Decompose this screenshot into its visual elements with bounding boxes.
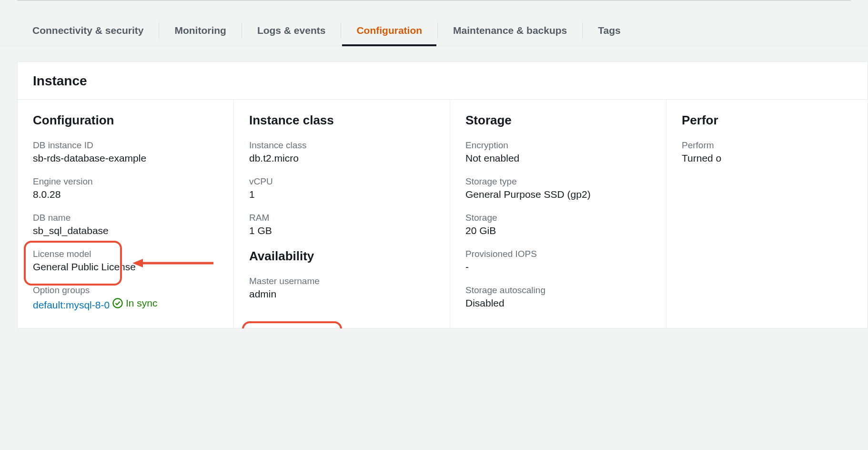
storage-type-label: Storage type: [465, 176, 651, 187]
tab-configuration[interactable]: Configuration: [341, 18, 437, 46]
performance-section-title: Perfor: [682, 113, 852, 128]
svg-point-0: [113, 298, 122, 307]
ram-label: RAM: [249, 213, 434, 223]
option-groups-label: Option groups: [33, 285, 218, 296]
configuration-section-title: Configuration: [33, 113, 218, 128]
master-username-label: Master username: [249, 276, 434, 286]
top-divider: [17, 0, 851, 1]
instance-class-column: Instance class Instance class db.t2.micr…: [234, 100, 450, 328]
check-circle-icon: [112, 298, 123, 308]
option-groups-status-text: In sync: [126, 297, 158, 309]
engine-version-label: Engine version: [33, 176, 218, 187]
instance-class-label: Instance class: [249, 140, 434, 151]
instance-class-value: db.t2.micro: [249, 153, 434, 164]
performance-column: Perfor Perform Turned o: [666, 100, 868, 328]
instance-class-section-title: Instance class: [249, 113, 434, 128]
vcpu-value: 1: [249, 189, 434, 200]
storage-column: Storage Encryption Not enabled Storage t…: [450, 100, 666, 328]
db-instance-id-label: DB instance ID: [33, 140, 218, 151]
tab-tags[interactable]: Tags: [583, 18, 636, 46]
tab-monitoring[interactable]: Monitoring: [159, 18, 241, 46]
provisioned-iops-value: -: [465, 261, 651, 273]
panel-columns: Configuration DB instance ID sb-rds-data…: [18, 100, 868, 328]
license-model-label: License model: [33, 249, 218, 259]
encryption-label: Encryption: [465, 140, 651, 151]
tab-maintenance-backups[interactable]: Maintenance & backups: [438, 18, 582, 46]
performance-value: Turned o: [682, 153, 852, 164]
storage-type-value: General Purpose SSD (gp2): [465, 189, 651, 200]
tab-logs-events[interactable]: Logs & events: [242, 18, 341, 46]
configuration-column: Configuration DB instance ID sb-rds-data…: [18, 100, 234, 328]
db-name-value: sb_sql_database: [33, 225, 218, 236]
engine-version-value: 8.0.28: [33, 189, 218, 200]
instance-panel: Instance Configuration DB instance ID sb…: [17, 61, 868, 328]
storage-value: 20 GiB: [465, 225, 651, 236]
option-groups-status-wrap: In sync: [112, 297, 158, 309]
ram-value: 1 GB: [249, 225, 434, 236]
tab-connectivity-security[interactable]: Connectivity & security: [17, 18, 159, 46]
storage-autoscaling-value: Disabled: [465, 297, 651, 309]
availability-section-title: Availability: [249, 249, 434, 264]
tabs-bar: Connectivity & security Monitoring Logs …: [0, 5, 868, 46]
storage-label: Storage: [465, 213, 651, 223]
panel-header: Instance: [18, 62, 868, 100]
license-model-value: General Public License: [33, 261, 218, 273]
db-instance-id-value: sb-rds-database-example: [33, 153, 218, 164]
option-groups-link[interactable]: default:mysql-8-0: [33, 299, 110, 310]
vcpu-label: vCPU: [249, 176, 434, 187]
encryption-value: Not enabled: [465, 153, 651, 164]
panel-title: Instance: [33, 73, 852, 89]
performance-label: Perform: [682, 140, 852, 151]
master-username-value: admin: [249, 288, 434, 300]
db-name-label: DB name: [33, 213, 218, 223]
option-groups-value: default:mysql-8-0 In sync: [33, 297, 218, 311]
provisioned-iops-label: Provisioned IOPS: [465, 249, 651, 259]
storage-autoscaling-label: Storage autoscaling: [465, 285, 651, 296]
storage-section-title: Storage: [465, 113, 651, 128]
